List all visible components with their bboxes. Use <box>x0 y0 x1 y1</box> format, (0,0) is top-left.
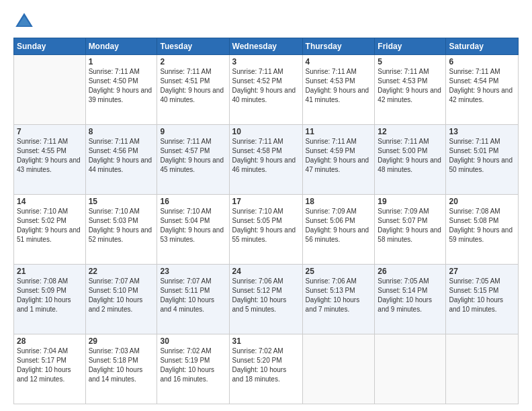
day-info: Sunrise: 7:06 AMSunset: 5:13 PMDaylight:… <box>306 277 372 314</box>
calendar-week-row: 21Sunrise: 7:08 AMSunset: 5:09 PMDayligh… <box>14 265 519 334</box>
day-number: 16 <box>160 197 226 206</box>
day-info: Sunrise: 7:05 AMSunset: 5:14 PMDaylight:… <box>378 277 443 314</box>
day-info: Sunrise: 7:08 AMSunset: 5:09 PMDaylight:… <box>17 277 83 314</box>
calendar-cell: 5Sunrise: 7:11 AMSunset: 4:53 PMDaylight… <box>375 55 446 125</box>
calendar-cell: 20Sunrise: 7:08 AMSunset: 5:08 PMDayligh… <box>446 195 519 265</box>
day-number: 15 <box>89 197 154 206</box>
calendar-cell: 1Sunrise: 7:11 AMSunset: 4:50 PMDaylight… <box>85 55 157 125</box>
calendar-cell <box>302 334 375 404</box>
day-number: 17 <box>232 197 300 206</box>
logo <box>13 11 38 32</box>
weekday-header-friday: Friday <box>375 38 446 55</box>
calendar-week-row: 28Sunrise: 7:04 AMSunset: 5:17 PMDayligh… <box>14 334 519 404</box>
day-number: 12 <box>378 127 443 136</box>
day-number: 8 <box>89 127 154 136</box>
day-info: Sunrise: 7:11 AMSunset: 4:50 PMDaylight:… <box>89 67 154 105</box>
day-number: 6 <box>449 57 515 66</box>
calendar-cell: 4Sunrise: 7:11 AMSunset: 4:53 PMDaylight… <box>302 55 375 125</box>
calendar-table: SundayMondayTuesdayWednesdayThursdayFrid… <box>13 38 519 404</box>
day-number: 1 <box>89 57 154 66</box>
calendar-cell: 21Sunrise: 7:08 AMSunset: 5:09 PMDayligh… <box>14 265 86 334</box>
day-info: Sunrise: 7:10 AMSunset: 5:05 PMDaylight:… <box>232 207 300 244</box>
day-info: Sunrise: 7:11 AMSunset: 4:54 PMDaylight:… <box>449 67 515 105</box>
day-number: 31 <box>232 336 300 346</box>
day-info: Sunrise: 7:08 AMSunset: 5:08 PMDaylight:… <box>449 207 515 244</box>
day-info: Sunrise: 7:09 AMSunset: 5:07 PMDaylight:… <box>378 207 443 244</box>
calendar-cell <box>375 334 446 404</box>
weekday-header-monday: Monday <box>85 38 157 55</box>
calendar-cell <box>446 334 519 404</box>
weekday-header-wednesday: Wednesday <box>229 38 302 55</box>
day-number: 29 <box>89 336 154 346</box>
day-info: Sunrise: 7:04 AMSunset: 5:17 PMDaylight:… <box>17 347 83 384</box>
calendar-week-row: 1Sunrise: 7:11 AMSunset: 4:50 PMDaylight… <box>14 55 519 125</box>
header <box>13 11 519 32</box>
calendar-cell: 30Sunrise: 7:02 AMSunset: 5:19 PMDayligh… <box>157 334 229 404</box>
day-info: Sunrise: 7:10 AMSunset: 5:02 PMDaylight:… <box>17 207 83 244</box>
calendar-cell: 31Sunrise: 7:02 AMSunset: 5:20 PMDayligh… <box>229 334 302 404</box>
calendar-cell: 24Sunrise: 7:06 AMSunset: 5:12 PMDayligh… <box>229 265 302 334</box>
calendar-cell: 29Sunrise: 7:03 AMSunset: 5:18 PMDayligh… <box>85 334 157 404</box>
day-number: 27 <box>449 267 515 276</box>
calendar-cell: 14Sunrise: 7:10 AMSunset: 5:02 PMDayligh… <box>14 195 86 265</box>
day-info: Sunrise: 7:11 AMSunset: 4:52 PMDaylight:… <box>232 67 300 105</box>
day-info: Sunrise: 7:06 AMSunset: 5:12 PMDaylight:… <box>232 277 300 314</box>
calendar-cell: 28Sunrise: 7:04 AMSunset: 5:17 PMDayligh… <box>14 334 86 404</box>
day-number: 25 <box>306 267 372 276</box>
day-number: 5 <box>378 57 443 66</box>
day-number: 28 <box>17 336 83 346</box>
calendar-cell <box>14 55 86 125</box>
calendar-cell: 23Sunrise: 7:07 AMSunset: 5:11 PMDayligh… <box>157 265 229 334</box>
calendar-cell: 15Sunrise: 7:10 AMSunset: 5:03 PMDayligh… <box>85 195 157 265</box>
calendar-cell: 12Sunrise: 7:11 AMSunset: 5:00 PMDayligh… <box>375 125 446 195</box>
day-number: 9 <box>160 127 226 136</box>
calendar-cell: 18Sunrise: 7:09 AMSunset: 5:06 PMDayligh… <box>302 195 375 265</box>
day-info: Sunrise: 7:02 AMSunset: 5:19 PMDaylight:… <box>160 347 226 384</box>
day-number: 4 <box>306 57 372 66</box>
calendar-cell: 22Sunrise: 7:07 AMSunset: 5:10 PMDayligh… <box>85 265 157 334</box>
day-info: Sunrise: 7:09 AMSunset: 5:06 PMDaylight:… <box>306 207 372 244</box>
day-info: Sunrise: 7:10 AMSunset: 5:04 PMDaylight:… <box>160 207 226 244</box>
day-info: Sunrise: 7:07 AMSunset: 5:10 PMDaylight:… <box>89 277 154 314</box>
day-number: 30 <box>160 336 226 346</box>
calendar-week-row: 7Sunrise: 7:11 AMSunset: 4:55 PMDaylight… <box>14 125 519 195</box>
day-number: 23 <box>160 267 226 276</box>
calendar-cell: 3Sunrise: 7:11 AMSunset: 4:52 PMDaylight… <box>229 55 302 125</box>
day-number: 19 <box>378 197 443 206</box>
calendar-cell: 6Sunrise: 7:11 AMSunset: 4:54 PMDaylight… <box>446 55 519 125</box>
calendar-cell: 16Sunrise: 7:10 AMSunset: 5:04 PMDayligh… <box>157 195 229 265</box>
day-info: Sunrise: 7:10 AMSunset: 5:03 PMDaylight:… <box>89 207 154 244</box>
calendar-cell: 19Sunrise: 7:09 AMSunset: 5:07 PMDayligh… <box>375 195 446 265</box>
day-info: Sunrise: 7:11 AMSunset: 4:55 PMDaylight:… <box>17 137 83 175</box>
weekday-header-row: SundayMondayTuesdayWednesdayThursdayFrid… <box>14 38 519 55</box>
weekday-header-thursday: Thursday <box>302 38 375 55</box>
day-number: 2 <box>160 57 226 66</box>
day-info: Sunrise: 7:11 AMSunset: 4:58 PMDaylight:… <box>232 137 300 175</box>
day-number: 21 <box>17 267 83 276</box>
calendar-cell: 27Sunrise: 7:05 AMSunset: 5:15 PMDayligh… <box>446 265 519 334</box>
calendar-cell: 25Sunrise: 7:06 AMSunset: 5:13 PMDayligh… <box>302 265 375 334</box>
day-number: 7 <box>17 127 83 136</box>
calendar-cell: 7Sunrise: 7:11 AMSunset: 4:55 PMDaylight… <box>14 125 86 195</box>
day-info: Sunrise: 7:11 AMSunset: 4:51 PMDaylight:… <box>160 67 226 105</box>
calendar-cell: 9Sunrise: 7:11 AMSunset: 4:57 PMDaylight… <box>157 125 229 195</box>
day-number: 3 <box>232 57 300 66</box>
day-info: Sunrise: 7:11 AMSunset: 4:56 PMDaylight:… <box>89 137 154 175</box>
calendar-cell: 13Sunrise: 7:11 AMSunset: 5:01 PMDayligh… <box>446 125 519 195</box>
weekday-header-saturday: Saturday <box>446 38 519 55</box>
day-info: Sunrise: 7:02 AMSunset: 5:20 PMDaylight:… <box>232 347 300 384</box>
calendar-week-row: 14Sunrise: 7:10 AMSunset: 5:02 PMDayligh… <box>14 195 519 265</box>
day-number: 11 <box>306 127 372 136</box>
day-number: 18 <box>306 197 372 206</box>
day-number: 26 <box>378 267 443 276</box>
day-number: 20 <box>449 197 515 206</box>
weekday-header-tuesday: Tuesday <box>157 38 229 55</box>
day-number: 22 <box>89 267 154 276</box>
logo-icon <box>13 11 35 32</box>
day-info: Sunrise: 7:11 AMSunset: 4:53 PMDaylight:… <box>306 67 372 105</box>
day-number: 13 <box>449 127 515 136</box>
day-info: Sunrise: 7:11 AMSunset: 4:59 PMDaylight:… <box>306 137 372 175</box>
day-info: Sunrise: 7:03 AMSunset: 5:18 PMDaylight:… <box>89 347 154 384</box>
day-number: 14 <box>17 197 83 206</box>
day-info: Sunrise: 7:11 AMSunset: 4:53 PMDaylight:… <box>378 67 443 105</box>
